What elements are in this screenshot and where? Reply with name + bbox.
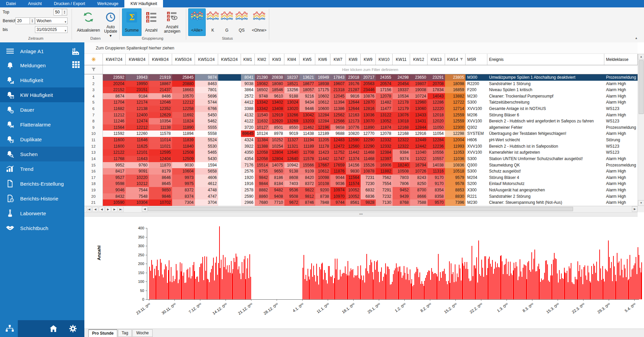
table-row[interactable]: 6116821213812352122586766338813342134081…: [84, 106, 638, 112]
scroll-down-arrow[interactable]: ▼: [638, 200, 644, 206]
row-indicator-column-header[interactable]: [84, 54, 103, 65]
sitemap-icon[interactable]: [5, 325, 14, 333]
table-row[interactable]: 1312122121011259512508546543501205812804…: [84, 149, 638, 156]
column-header-kw48-24[interactable]: KW48/24: [126, 54, 149, 65]
resolution-tab-woche[interactable]: Woche: [132, 329, 152, 337]
column-header-kw5[interactable]: KW5: [299, 54, 315, 65]
top-count-input[interactable]: [53, 9, 62, 15]
factory-icon[interactable]: [72, 48, 80, 55]
top-count-spinner[interactable]: ▲▼: [62, 9, 67, 15]
status-filter-button-qs[interactable]: QS: [234, 8, 249, 36]
auto-update-button[interactable]: Auto Update ▾: [103, 8, 119, 36]
panel-splitter[interactable]: •••: [84, 212, 638, 217]
vertical-scrollbar-thumb[interactable]: [639, 60, 644, 114]
grid-filter-row[interactable]: Hier klicken zum Filter definieren: [84, 65, 638, 74]
resolution-tab-pro-stunde[interactable]: Pro Stunde: [88, 329, 117, 337]
scroll-up-arrow[interactable]: ▲: [638, 54, 644, 60]
table-row[interactable]: 7112121240012629116925450413211540129191…: [84, 112, 638, 118]
hamburger-menu-icon[interactable]: [0, 48, 20, 54]
summe-button[interactable]: Σ Summe: [122, 8, 142, 36]
sidebar-header[interactable]: Anlage A1: [0, 44, 84, 58]
table-row[interactable]: 9115641221211138118905555372010127850185…: [84, 124, 638, 131]
menu-tab-datei[interactable]: Datei: [0, 0, 22, 7]
column-header-kw2[interactable]: KW2: [255, 54, 269, 65]
scroll-right-arrow[interactable]: ▶: [632, 206, 638, 212]
table-row[interactable]: 5117041217412046122125744441213342134021…: [84, 99, 638, 106]
grid-view-icon[interactable]: [72, 61, 80, 68]
table-row[interactable]: 1411768116431240412509543043541205812804…: [84, 156, 638, 162]
column-header-kw9[interactable]: KW9: [361, 54, 376, 65]
column-filter-icon[interactable]: [458, 58, 463, 61]
table-row[interactable]: 1211600116251102111840553039221138810254…: [84, 143, 638, 150]
table-row[interactable]: 3221522315121437186637801386416502185461…: [84, 87, 638, 93]
sidebar-item-meldungen[interactable]: Meldungen: [0, 58, 84, 73]
bereich-unit-select[interactable]: Wochen▾: [35, 17, 68, 24]
home-icon[interactable]: [49, 325, 57, 332]
sidebar-item-trend[interactable]: Trend: [0, 161, 84, 176]
table-row[interactable]: 1599529760118709030159471761551414075109…: [84, 162, 638, 168]
menu-tab-ansicht[interactable]: Ansicht: [22, 0, 48, 7]
column-header-kw12[interactable]: KW12: [410, 54, 428, 65]
column-header-kw6[interactable]: KW6: [315, 54, 330, 65]
anzahl-button[interactable]: 123 Anzahl: [142, 8, 161, 36]
sidebar-item-laborwerte[interactable]: Laborwerte: [0, 206, 84, 221]
column-header-kw13[interactable]: KW13: [428, 54, 445, 65]
first-page-button[interactable]: |◀: [86, 207, 92, 212]
column-header-kw11[interactable]: KW11: [393, 54, 410, 65]
sidebar-item-berichts-erstellung[interactable]: Berichts-Erstellung: [0, 176, 84, 191]
group-by-drop-area[interactable]: Zum Gruppieren Spaltenkopf hierher ziehe…: [84, 42, 638, 54]
table-row[interactable]: 1795271022086469973460619209842818686088…: [84, 175, 638, 181]
column-header-kw14[interactable]: KW14: [445, 54, 466, 65]
table-row[interactable]: 2110590103041070273043704296676807710967…: [84, 199, 638, 206]
table-row[interactable]: 2084327548984683744747259088609408950898…: [84, 193, 638, 200]
anzahl-anzeigen-button[interactable]: 123 Anzahl anzeigen: [161, 8, 183, 36]
column-header-ereignis[interactable]: Ereignis: [487, 54, 604, 65]
column-header-kw8[interactable]: KW8: [346, 54, 361, 65]
sidebar-item-flatteralarme[interactable]: Flatteralarme: [0, 117, 84, 132]
column-header-kw10[interactable]: KW10: [376, 54, 393, 65]
column-header-kw51-24[interactable]: KW51/24: [195, 54, 218, 65]
sidebar-item-schichtbuch[interactable]: Schichtbuch: [0, 221, 84, 235]
sidebar-item-suchen[interactable]: Suchen: [0, 147, 84, 161]
status-filter-button-alle[interactable]: <Alle>: [188, 8, 206, 36]
sidebar-item-dauer[interactable]: Dauer: [0, 102, 84, 117]
next-row-button[interactable]: ▶: [105, 207, 111, 212]
resolution-tab-tag[interactable]: Tag: [118, 329, 132, 337]
next-page-button[interactable]: ▶: [112, 207, 117, 212]
bis-date-select[interactable]: 31/03/2025▾: [35, 26, 68, 33]
sidebar-item-duplikate[interactable]: Duplikate: [0, 132, 84, 147]
column-header-kw49-24[interactable]: KW49/24: [149, 54, 172, 65]
menu-tab-kw-h-ufigkeit[interactable]: KW Häufigkeit: [124, 0, 163, 7]
status-filter-button-ohne[interactable]: <Ohne>: [249, 8, 269, 36]
column-header-meldeklasse[interactable]: Meldeklasse: [604, 54, 638, 65]
menu-tab-drucken-export[interactable]: Drucken / Export: [48, 0, 91, 7]
table-row[interactable]: 1684179091817910604565825769755965091389…: [84, 168, 638, 175]
column-header-kw4[interactable]: KW4: [284, 54, 299, 65]
horizontal-scrollbar[interactable]: ◀ ▶: [142, 206, 638, 212]
last-page-button[interactable]: ▶|: [118, 207, 124, 212]
bereich-count-spinner[interactable]: ▲▼: [30, 17, 35, 24]
ribbon-collapse-chevron-icon[interactable]: ▲: [633, 36, 639, 40]
bereich-count-input[interactable]: [15, 17, 30, 24]
sidebar-item-kw-häufigkeit[interactable]: KW Häufigkeit: [0, 87, 84, 102]
prev-page-button[interactable]: ◀: [92, 207, 98, 212]
menu-tab-werkzeuge[interactable]: Werkzeuge: [91, 0, 124, 7]
table-row-selected[interactable]: 1235921994321919258459874804121280208381…: [84, 74, 638, 81]
filter-funnel-icon[interactable]: [84, 65, 103, 74]
table-row[interactable]: 8112461247410354118245462412211632129201…: [84, 118, 638, 124]
table-row[interactable]: 4867491848486105705696257297489610918892…: [84, 93, 638, 100]
table-row[interactable]: 1990467544985083724748257888829482953698…: [84, 187, 638, 193]
column-header-msr[interactable]: MSR: [466, 54, 487, 65]
horizontal-scrollbar-thumb[interactable]: [148, 207, 573, 211]
column-header-kw52-24[interactable]: KW52/24: [218, 54, 241, 65]
table-row[interactable]: 2202041995018867208808463903819082180801…: [84, 81, 638, 87]
column-header-kw1[interactable]: KW1: [241, 54, 255, 65]
vertical-scrollbar[interactable]: ▲ ▼: [638, 54, 644, 206]
gear-icon[interactable]: [69, 325, 77, 333]
aktualisieren-button[interactable]: Aktualisieren: [74, 8, 103, 36]
scroll-left-arrow[interactable]: ◀: [142, 206, 148, 212]
table-row[interactable]: 1011592122601157811894555869645101248978…: [84, 130, 638, 137]
table-row[interactable]: 1895981021286459975461219169844818474038…: [84, 181, 638, 187]
table-row[interactable]: 1111600116461101411839552443241138410252…: [84, 137, 638, 143]
column-header-kw50-24[interactable]: KW50/24: [172, 54, 195, 65]
